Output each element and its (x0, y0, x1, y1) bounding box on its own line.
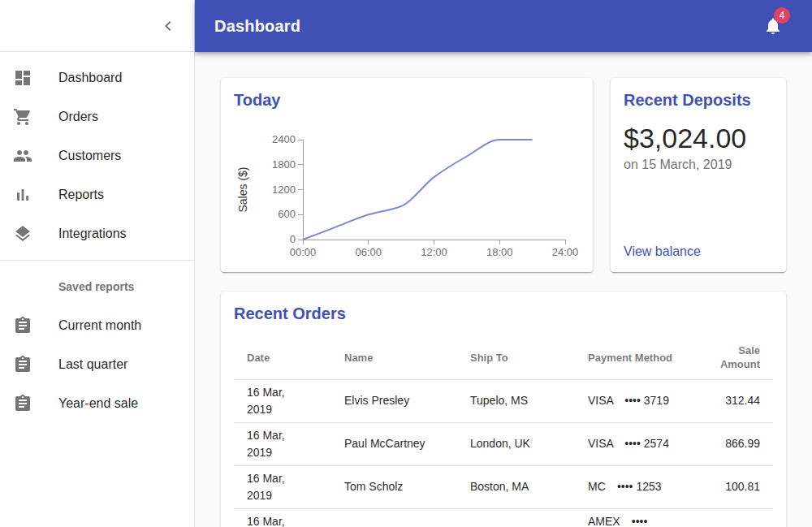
order-payment-cell: VISA ⠀•••• 3719 (575, 379, 697, 422)
sidebar-item-label: Customers (58, 149, 121, 163)
notification-badge: 4 (774, 7, 790, 24)
page-title: Dashboard (214, 17, 754, 36)
order-payment-cell: VISA ⠀•••• 2574 (575, 422, 697, 465)
order-date-cell: 16 Mar, 2019 (234, 508, 331, 527)
order-payment-cell: AMEX ⠀•••• 2000 (575, 508, 697, 527)
svg-text:2400: 2400 (272, 133, 296, 145)
sidebar-item-label: Integrations (58, 227, 127, 241)
deposit-amount: $3,024.00 (624, 123, 773, 154)
table-row: 16 Mar, 2019AMEX ⠀•••• 2000 (234, 508, 773, 527)
order-amount-cell: 866.99 (697, 422, 773, 465)
order-name-cell: Elvis Presley (331, 379, 457, 422)
sidebar-item-current-month[interactable]: Current month (0, 306, 194, 345)
order-date-cell: 16 Mar, 2019 (234, 379, 331, 422)
order-amount-cell: 100.81 (697, 465, 773, 508)
recent-deposits-card: Recent Deposits $3,024.00 on 15 March, 2… (611, 78, 786, 272)
today-card: Today 060012001800240000:0006:0012:0018:… (221, 78, 593, 272)
svg-text:Sales ($): Sales ($) (236, 166, 249, 212)
assignment-icon (13, 355, 58, 374)
sidebar-item-dashboard[interactable]: Dashboard (0, 58, 194, 97)
sidebar-header (0, 0, 194, 52)
sidebar-item-customers[interactable]: Customers (0, 136, 194, 175)
svg-text:12:00: 12:00 (421, 246, 447, 258)
order-amount-cell: 312.44 (697, 379, 773, 422)
svg-text:1800: 1800 (272, 158, 296, 171)
svg-text:24:00: 24:00 (552, 246, 579, 258)
view-balance-link[interactable]: View balance (624, 244, 773, 259)
recent-orders-card: Recent Orders DateNameShip ToPayment Met… (221, 292, 786, 527)
sidebar-nav-main: DashboardOrdersCustomersReportsIntegrati… (0, 52, 194, 260)
shopping-cart-icon (13, 107, 58, 127)
sidebar-item-label: Current month (58, 318, 141, 333)
collapse-drawer-button[interactable] (149, 6, 188, 45)
notifications-button[interactable]: 4 (754, 6, 793, 45)
today-card-title: Today (234, 91, 580, 110)
dashboard-icon (13, 68, 58, 88)
sidebar-item-reports[interactable]: Reports (0, 175, 194, 214)
assignment-icon (13, 316, 58, 335)
order-ship-to-cell: Tupelo, MS (457, 379, 575, 422)
svg-text:600: 600 (278, 208, 296, 220)
svg-text:0: 0 (290, 233, 296, 245)
order-amount-cell (697, 508, 773, 527)
order-ship-to-cell: Boston, MA (457, 465, 575, 508)
app-bar: Dashboard 4 (195, 0, 812, 52)
sidebar-nav-saved-reports: Saved reports Current monthLast quarterY… (0, 261, 194, 430)
column-header-sale-amount: Sale Amount (697, 336, 773, 379)
orders-table-header-row: DateNameShip ToPayment MethodSale Amount (234, 336, 773, 379)
order-date-cell: 16 Mar, 2019 (234, 465, 331, 508)
table-row: 16 Mar, 2019Elvis PresleyTupelo, MSVISA … (234, 379, 773, 422)
order-ship-to-cell: London, UK (457, 422, 575, 465)
column-header-ship-to: Ship To (457, 336, 575, 379)
sales-line-chart: 060012001800240000:0006:0012:0018:0024:0… (234, 118, 580, 257)
table-row: 16 Mar, 2019Paul McCartneyLondon, UKVISA… (234, 422, 773, 465)
order-name-cell: Paul McCartney (331, 422, 457, 465)
sidebar-item-label: Orders (58, 110, 98, 124)
orders-card-title: Recent Orders (234, 305, 773, 323)
svg-text:06:00: 06:00 (355, 246, 382, 258)
main-content: Today 060012001800240000:0006:0012:0018:… (195, 52, 812, 527)
sidebar-item-label: Last quarter (58, 357, 127, 372)
column-header-payment-method: Payment Method (575, 336, 697, 379)
svg-text:18:00: 18:00 (486, 246, 513, 258)
sidebar-item-integrations[interactable]: Integrations (0, 214, 194, 253)
sidebar-item-orders[interactable]: Orders (0, 97, 194, 136)
saved-reports-subheader: Saved reports (0, 267, 194, 306)
layers-icon (13, 224, 58, 244)
column-header-name: Name (331, 336, 457, 379)
order-ship-to-cell (457, 508, 575, 527)
column-header-date: Date (234, 336, 331, 379)
people-icon (13, 146, 58, 166)
sidebar-item-label: Year-end sale (58, 396, 138, 411)
deposits-card-title: Recent Deposits (624, 91, 773, 110)
assignment-icon (13, 394, 58, 413)
deposit-date: on 15 March, 2019 (624, 158, 773, 172)
order-payment-cell: MC ⠀•••• 1253 (575, 465, 697, 508)
order-date-cell: 16 Mar, 2019 (234, 422, 331, 465)
svg-text:1200: 1200 (272, 184, 296, 196)
sidebar-item-label: Dashboard (58, 71, 122, 85)
orders-table: DateNameShip ToPayment MethodSale Amount… (234, 336, 773, 527)
chevron-left-icon (158, 16, 178, 36)
table-row: 16 Mar, 2019Tom ScholzBoston, MAMC ⠀••••… (234, 465, 773, 508)
sidebar-item-label: Reports (58, 188, 104, 202)
bar-chart-icon (13, 185, 58, 205)
order-name-cell (331, 508, 457, 527)
sidebar-item-year-end-sale[interactable]: Year-end sale (0, 384, 194, 423)
order-name-cell: Tom Scholz (331, 465, 457, 508)
sidebar: DashboardOrdersCustomersReportsIntegrati… (0, 0, 195, 527)
sidebar-item-last-quarter[interactable]: Last quarter (0, 345, 194, 384)
svg-text:00:00: 00:00 (290, 246, 317, 258)
